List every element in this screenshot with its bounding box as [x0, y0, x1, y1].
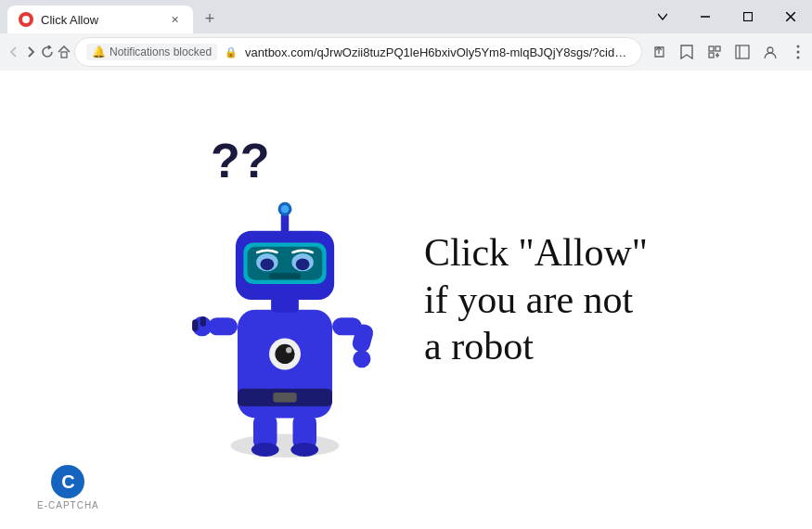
more-button[interactable]	[785, 39, 811, 65]
question-marks: ??	[211, 133, 270, 188]
nav-bar: 🔔 Notifications blocked 🔒 vantbox.com/qJ…	[0, 33, 812, 71]
svg-point-40	[296, 258, 310, 270]
svg-rect-1	[744, 13, 753, 21]
svg-rect-24	[192, 319, 198, 331]
forward-button[interactable]	[24, 39, 37, 65]
address-bar[interactable]: 🔔 Notifications blocked 🔒 vantbox.com/qJ…	[74, 37, 642, 67]
window-minimize-button[interactable]	[684, 0, 727, 33]
profile-button[interactable]	[757, 39, 783, 65]
svg-point-14	[797, 57, 800, 59]
svg-rect-4	[61, 52, 67, 58]
nav-right-buttons	[646, 39, 811, 65]
back-button[interactable]	[7, 39, 20, 65]
svg-rect-8	[709, 53, 714, 58]
browser-frame: Click Allow ✕ +	[0, 0, 812, 529]
svg-point-31	[251, 443, 279, 457]
home-button[interactable]	[58, 39, 71, 65]
svg-rect-7	[715, 46, 720, 51]
captcha-label: E-CAPTCHA	[37, 500, 99, 510]
main-text: Click "Allow" if you are not a robot	[424, 229, 648, 369]
notifications-blocked-badge[interactable]: 🔔 Notifications blocked	[86, 44, 217, 60]
captcha-icon: C	[51, 465, 84, 498]
svg-point-44	[281, 205, 290, 213]
svg-point-28	[353, 350, 370, 368]
svg-point-21	[286, 347, 291, 353]
svg-rect-6	[709, 46, 714, 51]
title-bar: Click Allow ✕ +	[0, 0, 812, 33]
svg-rect-18	[273, 393, 297, 403]
main-text-line1: Click "Allow"	[424, 229, 648, 276]
captcha-logo: C E-CAPTCHA	[37, 465, 99, 510]
svg-point-32	[290, 443, 318, 457]
window-chevron-button[interactable]	[641, 0, 684, 33]
content-wrapper: ??	[164, 133, 648, 467]
svg-rect-9	[736, 45, 749, 58]
share-button[interactable]	[646, 39, 672, 65]
svg-point-11	[767, 47, 773, 53]
svg-rect-22	[208, 317, 238, 335]
text-section: Click "Allow" if you are not a robot	[424, 229, 648, 369]
notifications-blocked-label: Notifications blocked	[110, 45, 212, 58]
refresh-button[interactable]	[41, 39, 54, 65]
window-maximize-button[interactable]	[727, 0, 769, 33]
svg-point-12	[797, 45, 800, 48]
bell-icon: 🔔	[92, 45, 106, 58]
sidebar-button[interactable]	[729, 39, 755, 65]
tab-favicon	[19, 12, 33, 27]
main-text-line2: if you are not	[424, 277, 648, 323]
browser-tab[interactable]: Click Allow ✕	[7, 6, 193, 33]
svg-point-13	[797, 51, 800, 54]
url-text: vantbox.com/qJrwOzii8tuzPQ1leH6bxivOly5Y…	[245, 45, 630, 59]
svg-point-38	[261, 258, 275, 270]
robot-illustration	[174, 142, 396, 458]
new-tab-button[interactable]: +	[197, 6, 223, 32]
svg-rect-41	[269, 273, 301, 278]
tab-title: Click Allow	[41, 13, 160, 27]
svg-rect-25	[200, 316, 206, 327]
page-content: ??	[0, 71, 812, 529]
robot-section: ??	[164, 133, 406, 467]
window-controls	[641, 0, 812, 33]
extensions-button[interactable]	[702, 39, 728, 65]
svg-point-15	[231, 434, 340, 458]
main-text-line3: a robot	[424, 323, 648, 369]
tab-close-button[interactable]: ✕	[167, 12, 182, 27]
bookmark-button[interactable]	[674, 39, 700, 65]
lock-icon: 🔒	[225, 46, 238, 58]
window-close-button[interactable]	[769, 0, 812, 33]
svg-point-20	[275, 344, 294, 364]
